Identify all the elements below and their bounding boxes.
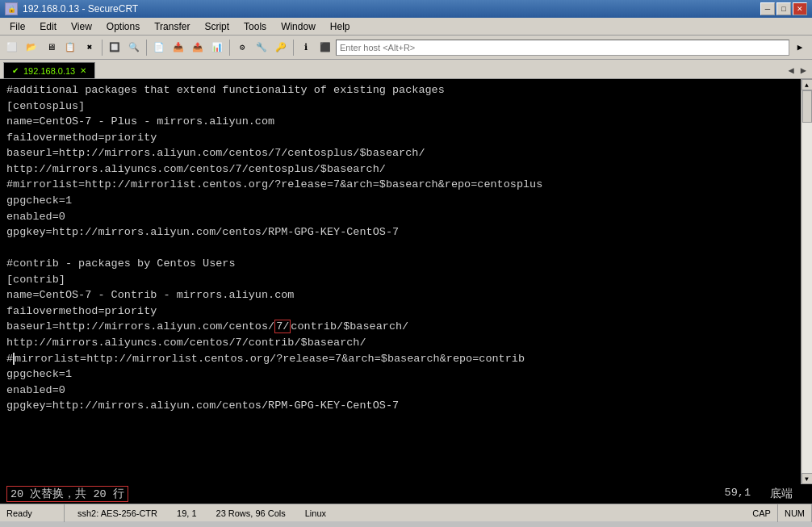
menu-file[interactable]: File — [3, 19, 31, 35]
status-num-text: NUM — [785, 508, 805, 518]
vim-position: 59,1 — [725, 487, 751, 501]
terminal-line-18: gpgcheck=1 — [6, 366, 794, 383]
status-cap-text: CAP — [752, 508, 771, 518]
window-controls: ─ □ ✕ — [760, 2, 807, 15]
terminal-line-11: #contrib - packages by Centos Users — [6, 256, 794, 272]
terminal-line-20: gpgkey=http://mirrors.aliyun.com/centos/… — [6, 398, 794, 414]
maximize-button[interactable]: □ — [776, 2, 791, 15]
terminal[interactable]: #additional packages that extend functio… — [0, 79, 801, 484]
menu-options[interactable]: Options — [100, 19, 146, 35]
tab-nav-right[interactable]: ▶ — [798, 65, 809, 77]
scroll-track[interactable] — [802, 90, 812, 473]
toolbar: ⬜ 📂 🖥 📋 ✖ 🔲 🔍 📄 📥 📤 📊 ⚙ 🔧 🔑 ℹ ⬛ ▶ — [0, 36, 812, 60]
status-cap: CAP — [746, 504, 778, 522]
address-input[interactable] — [336, 40, 789, 56]
tab-session[interactable]: ✔ 192.168.0.13 ✕ — [3, 62, 95, 78]
toolbar-btn-4[interactable]: 📋 — [61, 39, 79, 56]
terminal-line-3: name=CentOS-7 - Plus - mirrors.aliyun.co… — [6, 114, 794, 130]
terminal-line-15: baseurl=http://mirrors.aliyun.com/centos… — [6, 319, 794, 335]
terminal-line-2: [centosplus] — [6, 98, 794, 115]
status-ssh: ssh2: AES-256-CTR — [77, 508, 157, 518]
terminal-line-7: #mirrorlist=http://mirrorlist.centos.org… — [6, 177, 794, 193]
terminal-line-5: baseurl=http://mirrors.aliyun.com/centos… — [6, 145, 794, 161]
terminal-line-14: failovermethod=priority — [6, 303, 794, 320]
menu-bar: File Edit View Options Transfer Script T… — [0, 18, 812, 36]
menu-tools[interactable]: Tools — [237, 19, 273, 35]
terminal-line-12: [contrib] — [6, 272, 794, 288]
toolbar-btn-13[interactable]: 🔧 — [253, 39, 270, 56]
terminal-line-17: #mirrorlist=http://mirrorlist.centos.org… — [6, 351, 794, 367]
terminal-line-6: http://mirrors.aliyuncs.com/centos/7/cen… — [6, 161, 794, 178]
tab-navigation: ◀ ▶ — [786, 65, 809, 78]
toolbar-btn-6[interactable]: 🔲 — [106, 39, 123, 56]
scroll-down[interactable]: ▼ — [802, 473, 813, 484]
terminal-line-10: gpgkey=http://mirrors.aliyun.com/centos/… — [6, 224, 794, 240]
menu-window[interactable]: Window — [274, 19, 322, 35]
toolbar-btn-16[interactable]: ⬛ — [316, 39, 334, 56]
vim-replace-status: 20 次替换，共 20 行 — [6, 486, 128, 502]
vim-cmd-left: 20 次替换，共 20 行 — [6, 486, 128, 502]
terminal-line-8: gpgcheck=1 — [6, 193, 794, 209]
terminal-line-blank — [6, 240, 794, 257]
app-icon: 🔒 — [5, 2, 18, 15]
toolbar-btn-5[interactable]: ✖ — [81, 39, 98, 56]
menu-edit[interactable]: Edit — [33, 19, 63, 35]
tab-label: 192.168.0.13 — [23, 66, 75, 76]
menu-view[interactable]: View — [65, 19, 98, 35]
tab-close-button[interactable]: ✕ — [80, 66, 86, 75]
status-cursor: 19, 1 — [177, 508, 196, 518]
scrollbar[interactable]: ▲ ▼ — [801, 79, 812, 484]
terminal-line-1: #additional packages that extend functio… — [6, 82, 794, 98]
window-title: 192.168.0.13 - SecureCRT — [23, 3, 138, 15]
toolbar-btn-9[interactable]: 📥 — [170, 39, 187, 56]
toolbar-btn-10[interactable]: 📤 — [189, 39, 207, 56]
vim-position-right: 59,1 底端 — [725, 487, 793, 501]
toolbar-btn-3[interactable]: 🖥 — [42, 39, 60, 56]
tab-bar: ✔ 192.168.0.13 ✕ ◀ ▶ — [0, 60, 812, 79]
status-middle: ssh2: AES-256-CTR 19, 1 23 Rows, 96 Cols… — [65, 508, 746, 518]
status-num: NUM — [778, 504, 812, 522]
toolbar-btn-12[interactable]: ⚙ — [233, 39, 251, 56]
terminal-line-19: enabled=0 — [6, 383, 794, 399]
toolbar-btn-14[interactable]: 🔑 — [272, 39, 290, 56]
status-rows-cols: 23 Rows, 96 Cols — [216, 508, 286, 518]
menu-script[interactable]: Script — [198, 19, 236, 35]
vim-command-line: 20 次替换，共 20 行 59,1 底端 — [0, 484, 812, 504]
status-bar: Ready ssh2: AES-256-CTR 19, 1 23 Rows, 9… — [0, 504, 812, 521]
terminal-wrapper: #additional packages that extend functio… — [0, 79, 812, 484]
minimize-button[interactable]: ─ — [760, 2, 775, 15]
status-ready-text: Ready — [6, 508, 32, 518]
close-button[interactable]: ✕ — [793, 2, 807, 15]
terminal-line-4: failovermethod=priority — [6, 130, 794, 146]
separator-4 — [293, 40, 294, 56]
toolbar-btn-11[interactable]: 📊 — [208, 39, 226, 56]
status-os: Linux — [305, 508, 326, 518]
separator-3 — [229, 40, 230, 56]
menu-help[interactable]: Help — [324, 19, 357, 35]
status-ready: Ready — [0, 504, 65, 522]
toolbar-btn-1[interactable]: ⬜ — [3, 39, 21, 56]
terminal-line-13: name=CentOS-7 - Contrib - mirrors.aliyun… — [6, 287, 794, 303]
title-bar: 🔒 192.168.0.13 - SecureCRT ─ □ ✕ — [0, 0, 812, 18]
toolbar-btn-8[interactable]: 📄 — [150, 39, 168, 56]
terminal-line-16: http://mirrors.aliyuncs.com/centos/7/con… — [6, 335, 794, 351]
separator-2 — [146, 40, 147, 56]
tab-nav-left[interactable]: ◀ — [786, 65, 797, 77]
vim-position-label: 底端 — [770, 487, 793, 501]
menu-transfer[interactable]: Transfer — [148, 19, 196, 35]
tab-check-icon: ✔ — [12, 66, 19, 75]
scroll-up[interactable]: ▲ — [802, 79, 813, 90]
toolbar-btn-2[interactable]: 📂 — [23, 39, 40, 56]
toolbar-btn-right[interactable]: ▶ — [791, 39, 809, 56]
separator-1 — [102, 40, 103, 56]
scroll-thumb[interactable] — [802, 90, 812, 123]
toolbar-btn-7[interactable]: 🔍 — [125, 39, 143, 56]
terminal-line-9: enabled=0 — [6, 209, 794, 225]
toolbar-btn-15[interactable]: ℹ — [297, 39, 315, 56]
